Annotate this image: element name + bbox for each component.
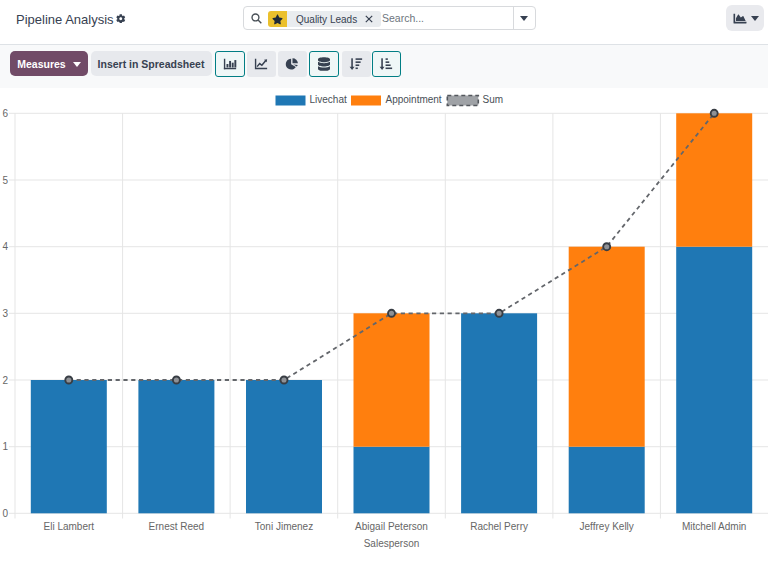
svg-text:Eli Lambert: Eli Lambert — [44, 521, 95, 532]
svg-text:4: 4 — [2, 241, 8, 252]
svg-text:Appointment: Appointment — [386, 94, 442, 105]
svg-text:Mitchell Admin: Mitchell Admin — [682, 521, 746, 532]
svg-text:Toni Jimenez: Toni Jimenez — [255, 521, 313, 532]
svg-text:Abigail Peterson: Abigail Peterson — [355, 521, 428, 532]
svg-text:1: 1 — [2, 441, 8, 452]
svg-text:Sum: Sum — [483, 94, 504, 105]
svg-text:Jeffrey Kelly: Jeffrey Kelly — [580, 521, 634, 532]
svg-text:6: 6 — [2, 108, 8, 119]
svg-text:0: 0 — [2, 508, 8, 519]
svg-text:5: 5 — [2, 175, 8, 186]
svg-text:Salesperson: Salesperson — [364, 538, 420, 549]
svg-text:2: 2 — [2, 375, 8, 386]
svg-text:Livechat: Livechat — [310, 94, 347, 105]
svg-text:Rachel Perry: Rachel Perry — [470, 521, 528, 532]
svg-text:3: 3 — [2, 308, 8, 319]
svg-text:Ernest Reed: Ernest Reed — [149, 521, 205, 532]
